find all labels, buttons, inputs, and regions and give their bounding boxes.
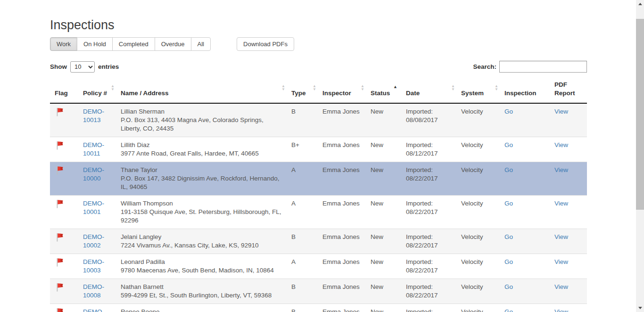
col-header-flag: Flag xyxy=(50,77,78,103)
flag-icon[interactable] xyxy=(56,166,64,175)
policy-link[interactable]: DEMO- xyxy=(83,308,111,312)
pdf-report-cell: View xyxy=(550,137,587,162)
date-value: 08/12/2017 xyxy=(406,149,452,158)
col-header-status[interactable]: Status ▲ xyxy=(366,77,401,103)
policy-number: 10000 xyxy=(83,174,111,183)
flag-icon[interactable] xyxy=(56,199,64,209)
tab-on-hold[interactable]: On Hold xyxy=(77,37,113,51)
table-row[interactable]: DEMO- Renee Boone B Emma Jones New Impor… xyxy=(50,304,587,312)
entries-select[interactable]: 10 xyxy=(70,61,95,73)
type-cell: A xyxy=(287,196,318,229)
show-label: Show xyxy=(50,63,67,70)
date-label: Imported: xyxy=(406,233,452,241)
flag-icon[interactable] xyxy=(56,233,64,242)
tab-work[interactable]: Work xyxy=(50,37,77,51)
inspector-cell: Emma Jones xyxy=(318,304,366,312)
table-row[interactable]: DEMO-10013 Lillian Sherman P.O. Box 313,… xyxy=(50,103,587,137)
policy-prefix: DEMO- xyxy=(83,233,111,241)
col-header-system[interactable]: System ▲▼ xyxy=(456,77,500,103)
inspection-go-link[interactable]: Go xyxy=(504,166,513,173)
policy-cell: DEMO-10001 xyxy=(78,196,116,229)
table-row[interactable]: DEMO-10000 Thane Taylor P.O. Box 147, 34… xyxy=(50,162,587,196)
flag-icon[interactable] xyxy=(56,283,64,292)
pdf-view-link[interactable]: View xyxy=(554,200,568,207)
policy-link[interactable]: DEMO-10002 xyxy=(83,233,111,250)
type-cell: B xyxy=(287,229,318,254)
col-label-flag: Flag xyxy=(55,90,68,97)
table-row[interactable]: DEMO-10011 Lillith Diaz 3977 Ante Road, … xyxy=(50,137,587,162)
inspection-go-link[interactable]: Go xyxy=(504,233,513,240)
col-header-date[interactable]: Date ▲▼ xyxy=(401,77,456,103)
policy-link[interactable]: DEMO-10000 xyxy=(83,166,111,183)
flag-icon[interactable] xyxy=(56,141,64,150)
inspector-cell: Emma Jones xyxy=(318,229,366,254)
policy-link[interactable]: DEMO-10013 xyxy=(83,107,111,124)
pdf-view-link[interactable]: View xyxy=(554,166,568,173)
status-cell: New xyxy=(366,137,401,162)
tab-all[interactable]: All xyxy=(191,37,211,51)
col-label-inspector: Inspector xyxy=(322,90,351,97)
entries-length-control: Show 10 entries xyxy=(50,61,119,73)
inspection-go-link[interactable]: Go xyxy=(504,141,513,148)
insured-address: 191-3158 Quisque Ave, St. Petersburg, Hi… xyxy=(121,208,282,225)
toolbar: Work On Hold Completed Overdue All Downl… xyxy=(50,37,587,51)
flag-icon[interactable] xyxy=(56,107,64,117)
inspector-cell: Emma Jones xyxy=(318,279,366,304)
pdf-view-link[interactable]: View xyxy=(554,233,568,240)
flag-icon[interactable] xyxy=(56,308,64,312)
policy-link[interactable]: DEMO-10003 xyxy=(83,258,111,275)
table-row[interactable]: DEMO-10008 Nathan Barnett 599-4299 Et, S… xyxy=(50,279,587,304)
table-controls: Show 10 entries Search: xyxy=(50,61,587,73)
tab-overdue[interactable]: Overdue xyxy=(155,37,191,51)
pdf-view-link[interactable]: View xyxy=(554,108,568,115)
inspection-go-link[interactable]: Go xyxy=(504,308,513,312)
pdf-view-link[interactable]: View xyxy=(554,308,568,312)
col-header-name-address[interactable]: Name / Address ▲▼ xyxy=(116,77,287,103)
policy-link[interactable]: DEMO-10001 xyxy=(83,199,111,216)
policy-link[interactable]: DEMO-10011 xyxy=(83,141,111,158)
col-header-type[interactable]: Type ▲▼ xyxy=(287,77,318,103)
inspection-cell: Go xyxy=(500,254,550,279)
pdf-view-link[interactable]: View xyxy=(554,283,568,290)
tab-completed[interactable]: Completed xyxy=(112,37,155,51)
type-cell: B xyxy=(287,103,318,137)
col-header-inspector[interactable]: Inspector ▲▼ xyxy=(318,77,366,103)
pdf-report-cell: View xyxy=(550,254,587,279)
date-cell: Imported:08/22/2017 xyxy=(401,229,456,254)
system-cell: Velocity xyxy=(456,162,500,196)
scrollbar-thumb[interactable] xyxy=(636,19,644,210)
sort-icons: ▲▼ xyxy=(495,84,498,91)
inspection-cell: Go xyxy=(500,103,550,137)
inspection-go-link[interactable]: Go xyxy=(504,200,513,207)
search-input[interactable] xyxy=(499,61,587,73)
scrollbar-up-arrow[interactable] xyxy=(636,0,644,8)
col-header-policy[interactable]: Policy # ▲▼ xyxy=(78,77,116,103)
main-content: Inspections Work On Hold Completed Overd… xyxy=(50,0,587,312)
table-row[interactable]: DEMO-10003 Leonard Padilla 9780 Maecenas… xyxy=(50,254,587,279)
date-label: Imported: xyxy=(406,283,452,291)
download-pdfs-button[interactable]: Download PDFs xyxy=(237,37,294,51)
inspector-cell: Emma Jones xyxy=(318,162,366,196)
date-value: 08/22/2017 xyxy=(406,266,452,275)
inspection-go-link[interactable]: Go xyxy=(504,258,513,265)
inspection-go-link[interactable]: Go xyxy=(504,108,513,115)
flag-icon[interactable] xyxy=(56,258,64,267)
policy-cell: DEMO- xyxy=(78,304,116,312)
policy-prefix: DEMO- xyxy=(83,107,111,116)
scrollbar-down-arrow[interactable] xyxy=(636,304,644,312)
policy-number: 10011 xyxy=(83,149,111,158)
status-cell: New xyxy=(366,304,401,312)
table-row[interactable]: DEMO-10001 William Thompson 191-3158 Qui… xyxy=(50,196,587,229)
table-header-row: Flag Policy # ▲▼ Name / Address ▲▼ Type … xyxy=(50,77,587,103)
policy-link[interactable]: DEMO-10008 xyxy=(83,283,111,300)
system-cell: Velocity xyxy=(456,103,500,137)
date-value: 08/22/2017 xyxy=(406,291,452,300)
search-label: Search: xyxy=(473,63,496,70)
table-row[interactable]: DEMO-10002 Jelani Langley 7224 Vivamus A… xyxy=(50,229,587,254)
pdf-report-cell: View xyxy=(550,162,587,196)
sort-icons: ▲▼ xyxy=(313,84,316,91)
insured-address: 3977 Ante Road, Great Falls, Hardee, MT,… xyxy=(121,149,282,158)
inspection-go-link[interactable]: Go xyxy=(504,283,513,290)
pdf-view-link[interactable]: View xyxy=(554,141,568,148)
pdf-view-link[interactable]: View xyxy=(554,258,568,265)
